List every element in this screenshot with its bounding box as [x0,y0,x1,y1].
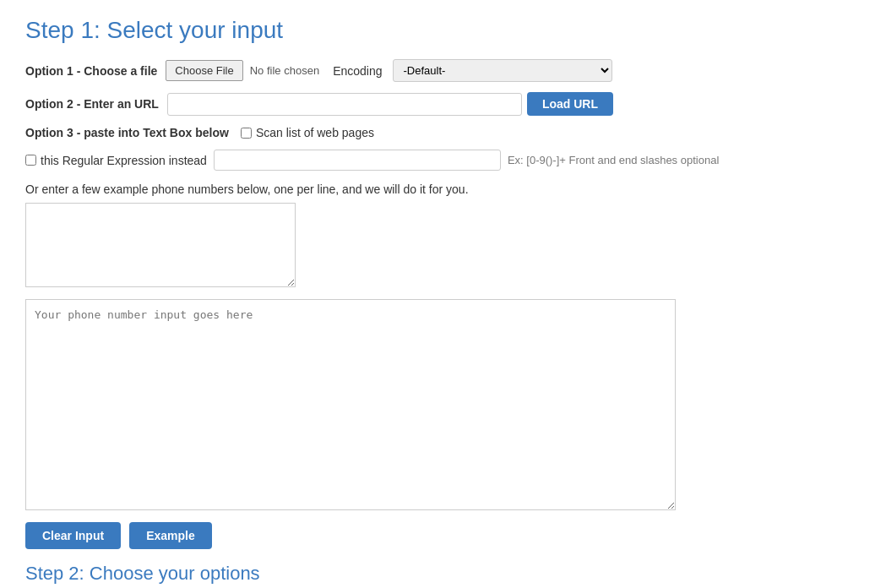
option1-row: Option 1 - Choose a file Choose File No … [25,59,861,82]
scan-list-label: Scan list of web pages [256,126,374,139]
option2-row: Option 2 - Enter an URL Load URL [25,92,861,116]
load-url-button[interactable]: Load URL [527,92,613,116]
file-input-wrapper: Choose File No file chosen [166,60,319,81]
example-numbers-textarea[interactable] [25,203,296,287]
bottom-buttons: Clear Input Example [25,522,861,549]
option3-label: Option 3 - paste into Text Box below [25,126,229,139]
step1-title: Step 1: Select your input [25,17,861,44]
encoding-label: Encoding [333,64,382,78]
clear-input-button[interactable]: Clear Input [25,522,121,549]
scan-list-checkbox[interactable] [241,128,252,139]
regex-row: this Regular Expression instead Ex: [0-9… [25,150,861,171]
regex-hint: Ex: [0-9()-]+ Front and end slashes opti… [508,154,719,166]
url-input[interactable] [167,93,522,116]
option2-label: Option 2 - Enter an URL [25,97,159,111]
regex-input[interactable] [214,150,501,171]
option1-label: Option 1 - Choose a file [25,64,157,78]
scan-list-checkbox-label[interactable]: Scan list of web pages [241,126,374,139]
no-file-text: No file chosen [250,64,319,77]
choose-file-button[interactable]: Choose File [166,60,242,81]
regex-checkbox[interactable] [25,155,36,166]
example-button[interactable]: Example [129,522,212,549]
encoding-select[interactable]: -Default- UTF-8 ISO-8859-1 Windows-1252 [393,59,612,82]
regex-label-text: this Regular Expression instead [41,154,207,167]
example-numbers-label: Or enter a few example phone numbers bel… [25,182,861,196]
option3-row: Option 3 - paste into Text Box below Sca… [25,126,861,139]
regex-checkbox-label[interactable]: this Regular Expression instead [25,154,207,167]
phone-input-textarea[interactable] [25,299,676,510]
step2-title: Step 2: Choose your options [25,563,861,585]
